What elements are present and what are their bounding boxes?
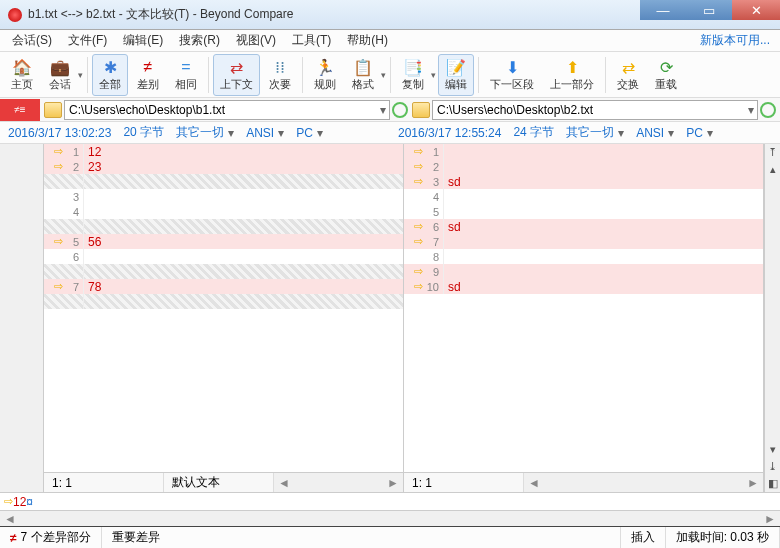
text-line[interactable]: ⇨2 xyxy=(404,159,763,174)
swap-button[interactable]: ⇄交换 xyxy=(610,54,646,96)
text-line[interactable]: 8 xyxy=(404,249,763,264)
text-line[interactable] xyxy=(44,294,403,309)
arrow-right-icon: ⇨ xyxy=(4,495,13,508)
left-other[interactable]: 其它一切 xyxy=(176,124,224,141)
left-timestamp[interactable]: 2016/3/17 13:02:23 xyxy=(8,126,111,140)
text-line[interactable]: ⇨778 xyxy=(44,279,403,294)
text-line[interactable]: ⇨9 xyxy=(404,264,763,279)
left-encoding[interactable]: ANSI xyxy=(246,126,274,140)
same-button[interactable]: =相同 xyxy=(168,54,204,96)
text-line[interactable]: ⇨3sd xyxy=(404,174,763,189)
scroll-bottom-icon[interactable]: ⤓ xyxy=(768,460,777,473)
left-platform[interactable]: PC xyxy=(296,126,313,140)
text-line[interactable]: 3 xyxy=(44,189,403,204)
chevron-down-icon[interactable]: ▾ xyxy=(618,126,624,140)
text-line[interactable]: 4 xyxy=(404,189,763,204)
text-line[interactable]: ⇨223 xyxy=(44,159,403,174)
text-line[interactable] xyxy=(44,264,403,279)
right-text-area[interactable]: ⇨1⇨2⇨3sd45⇨6sd⇨78⇨9⇨10sd xyxy=(404,144,763,472)
text-line[interactable]: ⇨10sd xyxy=(404,279,763,294)
preview-line: ⇨ 12 ¤ xyxy=(0,492,780,510)
reload-button[interactable]: ⟳重载 xyxy=(648,54,684,96)
format-icon: 📋 xyxy=(353,57,373,77)
referee-icon: 🏃 xyxy=(315,57,335,77)
right-path-input[interactable] xyxy=(432,100,758,120)
edit-button[interactable]: 📝编辑 xyxy=(438,54,474,96)
preview-text: 12 xyxy=(13,495,26,509)
text-line[interactable]: ⇨556 xyxy=(44,234,403,249)
rules-button[interactable]: 🏃规则 xyxy=(307,54,343,96)
context-button[interactable]: ⇄上下文 xyxy=(213,54,260,96)
menu-search[interactable]: 搜索(R) xyxy=(171,30,228,51)
overview-strip[interactable] xyxy=(0,144,44,492)
left-path-input[interactable] xyxy=(64,100,390,120)
menu-edit[interactable]: 编辑(E) xyxy=(115,30,171,51)
chevron-down-icon[interactable]: ▾ xyxy=(317,126,323,140)
menu-help[interactable]: 帮助(H) xyxy=(339,30,396,51)
next-section-button[interactable]: ⬇下一区段 xyxy=(483,54,541,96)
folder-icon[interactable] xyxy=(44,102,62,118)
right-encoding[interactable]: ANSI xyxy=(636,126,664,140)
refresh-icon[interactable] xyxy=(760,102,776,118)
menu-file[interactable]: 文件(F) xyxy=(60,30,115,51)
chevron-down-icon[interactable]: ▾ xyxy=(381,70,386,80)
preview-hscroll[interactable]: ◄► xyxy=(0,510,780,526)
chevron-down-icon[interactable]: ▾ xyxy=(278,126,284,140)
scroll-up-icon[interactable]: ▴ xyxy=(770,163,776,176)
separator xyxy=(208,57,209,93)
right-hscroll[interactable]: ◄► xyxy=(524,473,763,492)
right-timestamp[interactable]: 2016/3/17 12:55:24 xyxy=(398,126,501,140)
infobar: 2016/3/17 13:02:23 20 字节 其它一切▾ ANSI▾ PC▾… xyxy=(0,122,780,144)
separator xyxy=(87,57,88,93)
menu-view[interactable]: 视图(V) xyxy=(228,30,284,51)
all-button[interactable]: ✱全部 xyxy=(92,54,128,96)
left-info: 2016/3/17 13:02:23 20 字节 其它一切▾ ANSI▾ PC▾ xyxy=(0,122,390,143)
chevron-down-icon[interactable]: ▾ xyxy=(431,70,436,80)
chevron-down-icon[interactable]: ▾ xyxy=(228,126,234,140)
left-size[interactable]: 20 字节 xyxy=(123,124,164,141)
scroll-top-icon[interactable]: ⤒ xyxy=(768,146,777,159)
text-line[interactable] xyxy=(44,174,403,189)
format-button[interactable]: 📋格式 xyxy=(345,54,381,96)
minimize-button[interactable]: — xyxy=(640,0,686,20)
text-line[interactable]: ⇨7 xyxy=(404,234,763,249)
left-pane: ⇨112⇨22334⇨5566⇨778 1: 1 默认文本 ◄► xyxy=(44,144,404,492)
home-icon: 🏠 xyxy=(12,57,32,77)
text-line[interactable]: 6 xyxy=(44,249,403,264)
separator xyxy=(605,57,606,93)
diff-button[interactable]: ≠差别 xyxy=(130,54,166,96)
maximize-button[interactable]: ▭ xyxy=(686,0,732,20)
split-icon[interactable]: ◧ xyxy=(768,477,778,490)
text-line[interactable]: 4 xyxy=(44,204,403,219)
text-line[interactable] xyxy=(44,219,403,234)
chevron-down-icon[interactable]: ▾ xyxy=(668,126,674,140)
scroll-down-icon[interactable]: ▾ xyxy=(770,443,776,456)
minor-button[interactable]: ⁞⁞次要 xyxy=(262,54,298,96)
left-text-area[interactable]: ⇨112⇨22334⇨5566⇨778 xyxy=(44,144,403,472)
text-line[interactable]: ⇨6sd xyxy=(404,219,763,234)
right-other[interactable]: 其它一切 xyxy=(566,124,614,141)
menu-tools[interactable]: 工具(T) xyxy=(284,30,339,51)
home-button[interactable]: 🏠主页 xyxy=(4,54,40,96)
folder-icon[interactable] xyxy=(412,102,430,118)
new-version-link[interactable]: 新版本可用... xyxy=(700,32,776,49)
session-button[interactable]: 💼会话 xyxy=(42,54,78,96)
pathbar: ≠≡ ▾ ▾ xyxy=(0,98,780,122)
vertical-scrollbar[interactable]: ⤒ ▴ ▾ ⤓ ◧ xyxy=(764,144,780,492)
right-platform[interactable]: PC xyxy=(686,126,703,140)
menu-session[interactable]: 会话(S) xyxy=(4,30,60,51)
right-size[interactable]: 24 字节 xyxy=(513,124,554,141)
copy-button[interactable]: 📑复制 xyxy=(395,54,431,96)
prev-part-button[interactable]: ⬆上一部分 xyxy=(543,54,601,96)
left-hscroll[interactable]: ◄► xyxy=(274,473,403,492)
right-cursor-pos: 1: 1 xyxy=(404,473,524,492)
close-button[interactable]: ✕ xyxy=(732,0,780,20)
right-pane-footer: 1: 1 ◄► xyxy=(404,472,763,492)
chevron-down-icon[interactable]: ▾ xyxy=(78,70,83,80)
chevron-down-icon[interactable]: ▾ xyxy=(707,126,713,140)
equal-icon: = xyxy=(176,57,196,77)
text-line[interactable]: ⇨112 xyxy=(44,144,403,159)
text-line[interactable]: 5 xyxy=(404,204,763,219)
refresh-icon[interactable] xyxy=(392,102,408,118)
text-line[interactable]: ⇨1 xyxy=(404,144,763,159)
